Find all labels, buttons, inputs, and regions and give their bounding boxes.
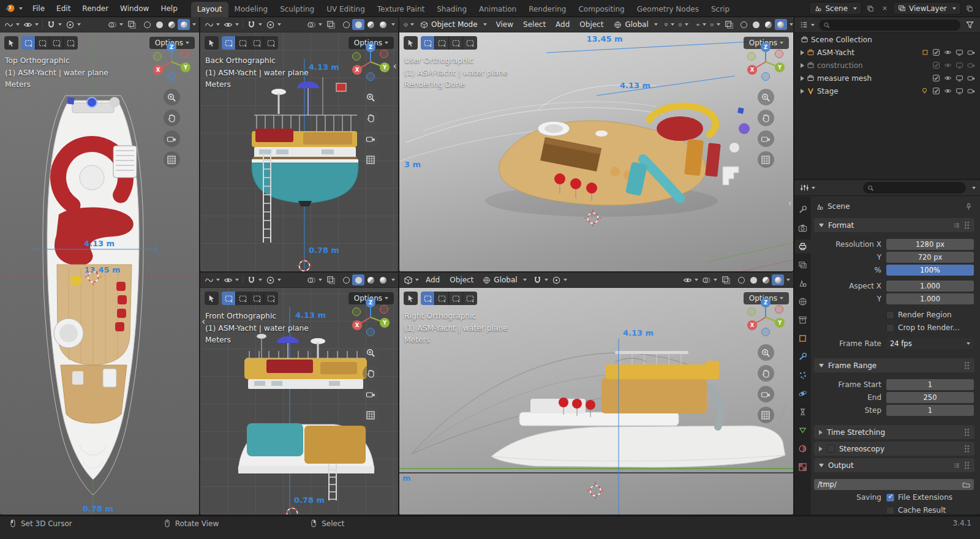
active-tool-button[interactable] bbox=[205, 292, 219, 305]
frame-step-field[interactable]: 1 bbox=[886, 405, 974, 416]
aspect-x-field[interactable]: 1.000 bbox=[886, 281, 974, 292]
menu-render[interactable]: Render bbox=[77, 2, 114, 15]
xray-toggle[interactable] bbox=[126, 18, 138, 31]
viewport-right[interactable]: 4.13 m m Add Object Global bbox=[399, 273, 793, 514]
zoom-button[interactable] bbox=[758, 89, 774, 105]
section-output[interactable]: Output bbox=[814, 458, 974, 472]
zoom-button[interactable] bbox=[758, 344, 774, 361]
resolution-y-field[interactable]: 720 px bbox=[886, 252, 974, 263]
menu-object[interactable]: Object bbox=[575, 20, 608, 29]
active-tool-button[interactable] bbox=[205, 36, 219, 50]
section-time-stretching[interactable]: Time Stretching bbox=[814, 425, 974, 439]
overlays-dropdown[interactable] bbox=[306, 18, 323, 31]
section-format[interactable]: Format bbox=[814, 218, 974, 232]
shading-dropdown[interactable] bbox=[787, 20, 793, 29]
falloff-dropdown[interactable] bbox=[203, 274, 221, 286]
shading-solid-button[interactable] bbox=[750, 19, 763, 30]
shading-dropdown[interactable] bbox=[190, 20, 196, 29]
crop-to-render-checkbox[interactable] bbox=[886, 324, 894, 332]
ortho-toggle-button[interactable] bbox=[758, 151, 774, 168]
tab-constraints[interactable] bbox=[795, 405, 811, 419]
disable-render-icon[interactable] bbox=[967, 87, 975, 95]
select-mode-new-button[interactable] bbox=[421, 292, 435, 305]
tab-world[interactable] bbox=[795, 295, 811, 309]
exclude-checkbox-icon[interactable] bbox=[932, 48, 940, 56]
outliner-item-stage[interactable]: Stage bbox=[794, 85, 980, 97]
disable-render-icon[interactable] bbox=[967, 48, 975, 56]
disable-render-icon[interactable] bbox=[967, 61, 975, 69]
menu-object[interactable]: Object bbox=[445, 276, 478, 284]
shading-rendered-button[interactable] bbox=[377, 274, 389, 285]
tab-data[interactable] bbox=[795, 423, 811, 437]
drag-grip-icon[interactable] bbox=[964, 461, 970, 469]
snap-dropdown[interactable] bbox=[246, 274, 263, 286]
shading-solid-button[interactable] bbox=[352, 274, 364, 285]
camera-view-button[interactable] bbox=[164, 130, 180, 147]
editor-type-dropdown[interactable] bbox=[402, 274, 420, 286]
pan-button[interactable] bbox=[363, 110, 379, 126]
select-mode-subtract-button[interactable] bbox=[449, 36, 463, 50]
disable-viewport-icon[interactable] bbox=[956, 48, 963, 56]
shading-wireframe-button[interactable] bbox=[340, 19, 352, 30]
transform-orientation-dropdown[interactable]: Global bbox=[610, 18, 661, 31]
tab-texture[interactable] bbox=[795, 460, 811, 474]
hide-viewport-icon[interactable] bbox=[944, 61, 952, 69]
zoom-button[interactable] bbox=[363, 89, 379, 105]
tab-sculpting[interactable]: Sculpting bbox=[274, 2, 320, 17]
exclude-checkbox-icon[interactable] bbox=[932, 87, 940, 95]
sidebar-toggle-icon[interactable]: ‹ bbox=[788, 198, 792, 208]
snap-dropdown[interactable] bbox=[663, 18, 676, 31]
menu-add[interactable]: Add bbox=[421, 276, 444, 284]
expand-icon[interactable] bbox=[801, 63, 804, 68]
disable-viewport-icon[interactable] bbox=[956, 74, 963, 82]
viewport-front[interactable]: 4.13 m 0.78 m bbox=[200, 273, 398, 514]
transform-orientation-dropdown[interactable]: Global bbox=[479, 274, 530, 286]
shading-solid-button[interactable] bbox=[352, 19, 364, 30]
shading-material-button[interactable] bbox=[760, 274, 772, 285]
menu-select[interactable]: Select bbox=[519, 20, 550, 29]
tab-scripting[interactable]: Scrip bbox=[705, 2, 736, 17]
shading-solid-button[interactable] bbox=[747, 274, 760, 285]
menu-file[interactable]: File bbox=[27, 2, 50, 15]
shading-wireframe-button[interactable] bbox=[340, 274, 352, 285]
camera-view-button[interactable] bbox=[758, 130, 774, 147]
select-mode-extend-button[interactable] bbox=[236, 36, 250, 50]
viewport-top[interactable]: 4.13 m 13.45 m 0.78 m bbox=[0, 17, 199, 514]
properties-search[interactable] bbox=[863, 182, 966, 194]
overlays-dropdown[interactable] bbox=[107, 18, 124, 31]
outliner-item-scene-collection[interactable]: Scene Collection bbox=[794, 33, 980, 46]
tab-texture-paint[interactable]: Texture Paint bbox=[371, 2, 431, 17]
tab-object[interactable] bbox=[795, 331, 811, 345]
disable-viewport-icon[interactable] bbox=[956, 87, 963, 95]
axis-gizmo[interactable] bbox=[743, 39, 788, 85]
axis-gizmo[interactable] bbox=[149, 39, 194, 85]
xray-toggle[interactable] bbox=[723, 18, 736, 31]
select-mode-extend-button[interactable] bbox=[435, 36, 449, 50]
editor-type-dropdown[interactable] bbox=[402, 18, 415, 31]
pin-icon[interactable] bbox=[965, 203, 973, 211]
tab-material[interactable] bbox=[795, 442, 811, 456]
editor-type-dropdown[interactable] bbox=[799, 182, 816, 194]
select-mode-invert-button[interactable] bbox=[463, 292, 477, 305]
section-stereoscopy[interactable]: Stereoscopy bbox=[814, 442, 974, 456]
select-mode-new-button[interactable] bbox=[21, 36, 36, 50]
select-mode-invert-button[interactable] bbox=[264, 36, 278, 50]
stereoscopy-checkbox[interactable] bbox=[827, 445, 835, 453]
menu-window[interactable]: Window bbox=[115, 2, 154, 15]
ortho-toggle-button[interactable] bbox=[164, 151, 180, 168]
tab-render[interactable] bbox=[795, 221, 811, 235]
shading-material-button[interactable] bbox=[763, 19, 775, 30]
tab-animation[interactable]: Animation bbox=[473, 2, 522, 17]
snap-dropdown[interactable] bbox=[246, 18, 263, 31]
select-mode-extend-button[interactable] bbox=[236, 292, 250, 305]
frame-start-field[interactable]: 1 bbox=[886, 379, 974, 390]
select-mode-invert-button[interactable] bbox=[64, 36, 78, 50]
zoom-button[interactable] bbox=[164, 89, 180, 105]
frame-end-field[interactable]: 250 bbox=[886, 392, 974, 403]
shading-wireframe-button[interactable] bbox=[735, 274, 747, 285]
drag-grip-icon[interactable] bbox=[964, 361, 970, 369]
presets-icon[interactable] bbox=[953, 462, 960, 469]
camera-view-button[interactable] bbox=[363, 130, 379, 147]
tab-output[interactable] bbox=[795, 239, 811, 254]
hide-viewport-icon[interactable] bbox=[944, 48, 952, 56]
